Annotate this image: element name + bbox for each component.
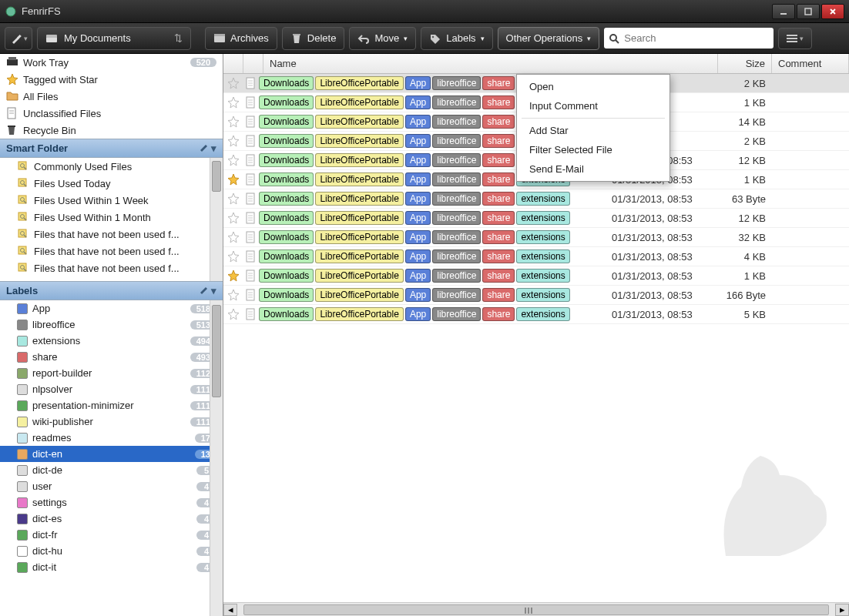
col-icon[interactable] [243, 54, 263, 73]
smart-folder-edit[interactable]: ▾ [199, 142, 216, 154]
delete-button[interactable]: Delete [282, 27, 345, 50]
star-toggle[interactable] [225, 116, 242, 128]
col-comment[interactable]: Comment [772, 54, 849, 73]
star-toggle[interactable] [225, 289, 242, 301]
scroll-right-button[interactable]: ▸ [835, 604, 849, 616]
star-toggle[interactable] [225, 308, 242, 320]
row-tags: DownloadsLibreOfficePortableApplibreoffi… [259, 307, 609, 321]
close-button[interactable] [821, 4, 844, 19]
label-item-settings[interactable]: settings4 [0, 494, 223, 511]
label-item-dict-hu[interactable]: dict-hu4 [0, 543, 223, 559]
color-swatch [17, 449, 28, 460]
labels-header: Labels ▾ [0, 281, 223, 300]
maximize-button[interactable] [797, 4, 820, 19]
label-item-report-builder[interactable]: report-builder112 [0, 365, 223, 381]
label-item-user[interactable]: user4 [0, 478, 223, 494]
minimize-button[interactable] [772, 4, 795, 19]
tag-libreoffice: libreoffice [432, 115, 481, 129]
menu-input-comment[interactable]: Input Comment [517, 96, 669, 116]
brush-button[interactable]: ▾ [5, 27, 32, 50]
scroll-thumb[interactable] [243, 604, 829, 615]
star-toggle[interactable] [225, 135, 242, 147]
sidebar-item-tagged-with-star[interactable]: Tagged with Star [0, 71, 223, 88]
tag-extensions: extensions [516, 249, 569, 263]
star-toggle[interactable] [225, 96, 242, 109]
horizontal-scrollbar[interactable]: ◂ ▸ [223, 602, 849, 616]
sidebar-item-unclassified-files[interactable]: Unclassified Files [0, 105, 223, 122]
table-row[interactable]: DownloadsLibreOfficePortableApplibreoffi… [223, 305, 849, 324]
sidebar-item-recycle-bin[interactable]: Recycle Bin [0, 122, 223, 139]
table-row[interactable]: DownloadsLibreOfficePortableApplibreoffi… [223, 266, 849, 286]
magnify-icon [17, 194, 29, 206]
scroll-track[interactable] [237, 604, 835, 616]
smart-folder-item[interactable]: Files Used Within 1 Week [0, 192, 223, 209]
label-item-dict-fr[interactable]: dict-fr4 [0, 527, 223, 543]
smart-folder-item[interactable]: Files Used Within 1 Month [0, 209, 223, 226]
col-size[interactable]: Size [718, 54, 772, 73]
star-toggle[interactable] [225, 231, 242, 243]
star-toggle[interactable] [225, 212, 242, 224]
labels-scrollbar[interactable] [210, 300, 223, 616]
svg-rect-14 [787, 41, 797, 42]
archives-button[interactable]: Archives [205, 27, 277, 50]
tag-LibreOfficePortable: LibreOfficePortable [315, 230, 404, 244]
search-input[interactable] [624, 32, 769, 44]
smart-folder-item[interactable]: Files that have not been used f... [0, 243, 223, 259]
label-name: presentation-minimizer [32, 400, 186, 411]
star-toggle[interactable] [225, 250, 242, 263]
delete-label: Delete [307, 32, 337, 44]
sidebar-scrollbar[interactable] [210, 158, 223, 281]
labels-button[interactable]: Labels ▾ [421, 27, 492, 50]
smart-folder-label: Files Used Within 1 Month [34, 212, 216, 223]
star-toggle[interactable] [225, 192, 242, 205]
label-item-dict-de[interactable]: dict-de5 [0, 462, 223, 478]
star-toggle[interactable] [225, 173, 242, 186]
tag-LibreOfficePortable: LibreOfficePortable [315, 95, 404, 109]
search-box[interactable] [604, 28, 773, 49]
sidebar-item-work-tray[interactable]: Work Tray520 [0, 54, 223, 71]
scrollbar-thumb[interactable] [212, 161, 221, 192]
label-item-wiki-publisher[interactable]: wiki-publisher111 [0, 413, 223, 430]
menu-filter-selected[interactable]: Filter Selected File [517, 140, 669, 159]
star-toggle[interactable] [225, 77, 242, 89]
smart-folder-item[interactable]: Files that have not been used f... [0, 259, 223, 276]
col-name[interactable]: Name [263, 54, 718, 73]
sidebar-item-all-files[interactable]: All Files [0, 88, 223, 105]
move-button[interactable]: Move ▾ [349, 27, 416, 50]
table-row[interactable]: DownloadsLibreOfficePortableApplibreoffi… [223, 189, 849, 209]
label-item-libreoffice[interactable]: libreoffice513 [0, 316, 223, 333]
col-star[interactable] [223, 54, 243, 73]
view-mode-button[interactable]: ▾ [778, 28, 812, 49]
star-toggle[interactable] [225, 154, 242, 166]
star-toggle[interactable] [225, 270, 242, 282]
label-item-App[interactable]: App518 [0, 300, 223, 316]
label-item-share[interactable]: share493 [0, 349, 223, 365]
labels-edit[interactable]: ▾ [199, 285, 216, 296]
smart-folder-list: Commonly Used FilesFiles Used TodayFiles… [0, 158, 223, 281]
table-row[interactable]: DownloadsLibreOfficePortableApplibreoffi… [223, 228, 849, 247]
scroll-left-button[interactable]: ◂ [223, 604, 237, 616]
label-item-nlpsolver[interactable]: nlpsolver111 [0, 381, 223, 397]
table-row[interactable]: DownloadsLibreOfficePortableApplibreoffi… [223, 247, 849, 266]
label-item-dict-it[interactable]: dict-it4 [0, 559, 223, 575]
table-row[interactable]: DownloadsLibreOfficePortableApplibreoffi… [223, 209, 849, 228]
label-item-presentation-minimizer[interactable]: presentation-minimizer111 [0, 397, 223, 413]
other-operations-button[interactable]: Other Operations ▾ [498, 27, 600, 50]
table-row[interactable]: DownloadsLibreOfficePortableApplibreoffi… [223, 286, 849, 305]
location-selector[interactable]: My Documents ⇅ [37, 27, 191, 50]
scrollbar-thumb[interactable] [212, 305, 221, 397]
doc-icon [6, 107, 18, 119]
label-item-extensions[interactable]: extensions494 [0, 333, 223, 349]
menu-send-email[interactable]: Send E-Mail [517, 159, 669, 179]
smart-folder-item[interactable]: Files Used Today [0, 175, 223, 192]
menu-add-star[interactable]: Add Star [517, 121, 669, 140]
move-label: Move [374, 32, 399, 44]
label-item-dict-es[interactable]: dict-es4 [0, 511, 223, 527]
label-item-dict-en[interactable]: dict-en13 [0, 446, 223, 462]
smart-folder-item[interactable]: Files that have not been used f... [0, 226, 223, 243]
smart-folder-item[interactable]: Commonly Used Files [0, 158, 223, 175]
row-size: 12 KB [716, 155, 770, 166]
color-swatch [17, 514, 28, 524]
menu-open[interactable]: Open [517, 77, 669, 96]
label-item-readmes[interactable]: readmes17 [0, 430, 223, 446]
